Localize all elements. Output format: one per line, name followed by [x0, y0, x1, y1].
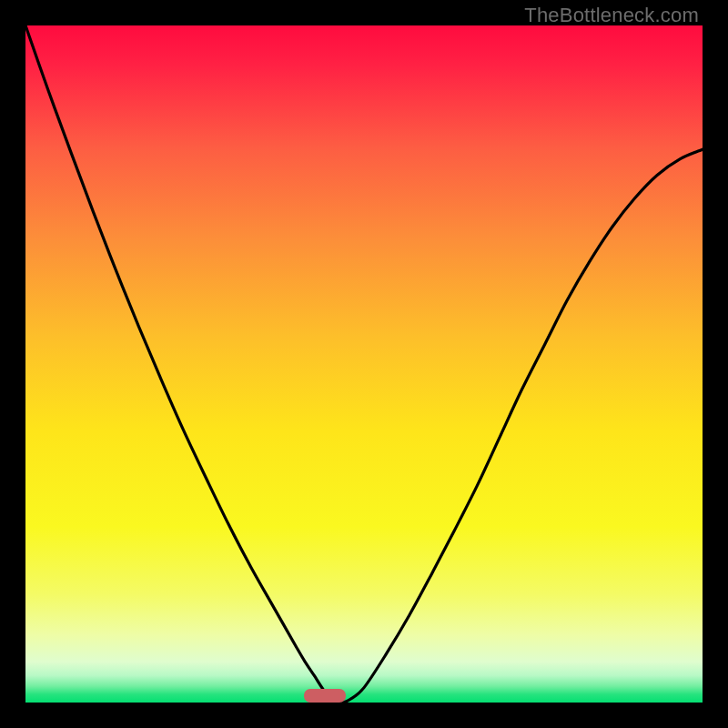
chart-frame: TheBottleneck.com	[0, 0, 728, 728]
bottleneck-curve	[25, 25, 703, 703]
optimal-marker	[304, 689, 346, 703]
plot-area	[25, 25, 703, 703]
watermark-text: TheBottleneck.com	[524, 4, 699, 27]
